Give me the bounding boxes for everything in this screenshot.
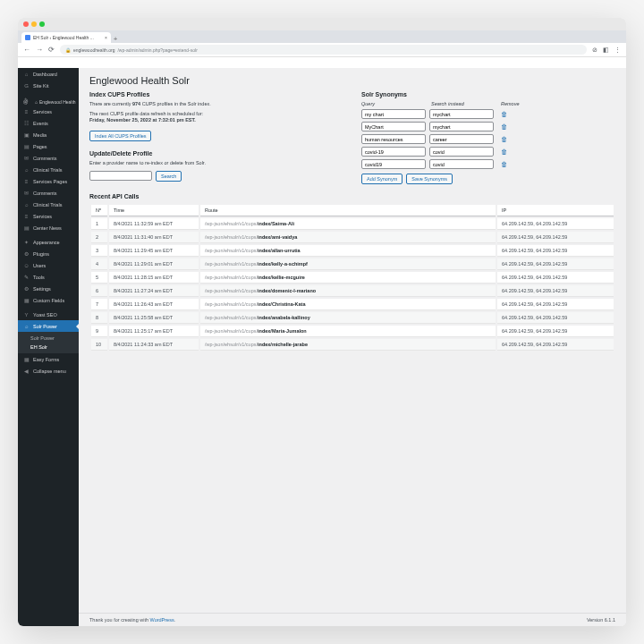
add-synonym-button[interactable]: Add Synonym xyxy=(361,174,402,184)
wordpress-link[interactable]: WordPress xyxy=(150,617,174,623)
menu-icon: ▤ xyxy=(23,225,30,231)
sidebar-item-services[interactable]: ≡Services xyxy=(18,210,79,222)
menu-icon: ▤ xyxy=(23,143,30,149)
sidebar-item-appearance[interactable]: ✦Appearance xyxy=(18,236,79,248)
synonym-query-input[interactable] xyxy=(361,159,426,169)
macos-titlebar xyxy=(18,18,626,30)
table-row: 88/4/2021 11:25:58 am EDT/wp-json/ehsolr… xyxy=(91,312,614,324)
synonym-query-input[interactable] xyxy=(361,122,426,131)
menu-icon: Y xyxy=(23,311,30,318)
menu-icon: ◀ xyxy=(23,368,30,374)
synonym-row: 🗑 xyxy=(361,134,615,144)
menu-icon: ⌕ xyxy=(23,166,30,173)
synonym-instead-input[interactable] xyxy=(429,109,494,119)
menu-icon: G xyxy=(23,82,30,89)
save-synonyms-button[interactable]: Save Synonyms xyxy=(406,174,453,184)
menu-icon: ☺ xyxy=(23,262,30,268)
synonym-instead-input[interactable] xyxy=(429,134,494,144)
url-host: englewoodhealth.org xyxy=(73,47,114,53)
sidebar-item-pages[interactable]: ▤Pages xyxy=(18,140,79,152)
synonym-query-input[interactable] xyxy=(361,109,426,119)
table-row: 68/4/2021 11:27:24 am EDT/wp-json/ehsolr… xyxy=(91,285,614,297)
tab-title: EH Solr ‹ Englewood Health ... xyxy=(33,35,94,40)
menu-icon: ≡ xyxy=(23,178,30,184)
sidebar-item-easy-forms[interactable]: ▦Easy Forms xyxy=(18,353,79,365)
menu-icon: ⚙ xyxy=(23,250,30,257)
wp-footer: Thank you for creating with WordPress. V… xyxy=(79,613,626,626)
sidebar-item-comments[interactable]: ✉Comments xyxy=(18,152,79,164)
sidebar-item-tools[interactable]: ✎Tools xyxy=(18,271,79,283)
favicon-icon xyxy=(25,35,30,40)
trash-icon[interactable]: 🗑 xyxy=(501,111,507,117)
site-link[interactable]: ⌂ Englewood Health xyxy=(35,99,76,105)
sidebar-item-media[interactable]: ▣Media xyxy=(18,129,79,140)
maximize-window-icon[interactable] xyxy=(39,21,45,27)
submenu-eh-solr[interactable]: EH Solr xyxy=(18,343,79,352)
col-ip: IP xyxy=(497,205,614,216)
provider-search-input[interactable] xyxy=(89,171,152,181)
menu-icon: ☷ xyxy=(23,120,30,126)
sidebar-item-dashboard[interactable]: ⌂Dashboard xyxy=(18,68,79,80)
close-tab-icon[interactable]: × xyxy=(105,35,107,40)
forward-icon[interactable]: → xyxy=(36,46,43,54)
table-row: 38/4/2021 11:29:45 am EDT/wp-json/ehsolr… xyxy=(91,245,614,257)
address-bar[interactable]: 🔒 englewoodhealth.org/wp-admin/admin.php… xyxy=(60,45,587,55)
sidebar-item-settings[interactable]: ⚙Settings xyxy=(18,283,79,294)
trash-icon[interactable]: 🗑 xyxy=(501,148,507,155)
synonym-instead-input[interactable] xyxy=(429,122,494,131)
synonym-instead-input[interactable] xyxy=(429,147,494,157)
menu-icon: ⌕ xyxy=(23,323,30,329)
search-button[interactable]: Search xyxy=(156,171,182,182)
synonym-instead-input[interactable] xyxy=(429,159,494,169)
no-tracking-icon[interactable]: ⊘ xyxy=(592,47,597,54)
synonym-row: 🗑 xyxy=(361,159,615,169)
table-row: 108/4/2021 11:24:33 am EDT/wp-json/ehsol… xyxy=(91,339,614,351)
trash-icon[interactable]: 🗑 xyxy=(501,136,507,142)
synonym-query-input[interactable] xyxy=(361,134,426,144)
sidebar-item-clinical-trials[interactable]: ⌕Clinical Trials xyxy=(18,199,79,210)
reload-icon[interactable]: ⟳ xyxy=(48,46,55,54)
menu-icon[interactable]: ⋮ xyxy=(614,47,621,54)
sidebar-item-events[interactable]: ☷Events xyxy=(18,117,79,129)
synonym-row: 🗑 xyxy=(361,122,615,131)
minimize-window-icon[interactable] xyxy=(31,21,37,27)
menu-icon: ✉ xyxy=(23,190,30,196)
api-calls-table: Nº Time Route IP 18/4/2021 11:32:59 am E… xyxy=(89,203,615,352)
menu-icon: ✦ xyxy=(23,239,30,245)
index-count-text: There are currently 974 CUPS profiles in… xyxy=(89,101,343,108)
close-window-icon[interactable] xyxy=(23,21,29,27)
new-tab-button[interactable]: + xyxy=(111,35,120,43)
url-path: /wp-admin/admin.php?page=extend-solr xyxy=(117,47,197,53)
table-row: 28/4/2021 11:31:40 am EDT/wp-json/ehsolr… xyxy=(91,232,614,243)
main-content: Englewood Health Solr Index CUPS Profile… xyxy=(79,68,626,626)
synonym-query-input[interactable] xyxy=(361,147,426,157)
menu-icon: ≡ xyxy=(23,213,30,219)
index-all-button[interactable]: Index All CUPS Profiles xyxy=(89,131,151,141)
sidebar-item-users[interactable]: ☺Users xyxy=(18,259,79,271)
sidebar-item-clinical-trials[interactable]: ⌕Clinical Trials xyxy=(18,164,79,175)
browser-tab[interactable]: EH Solr ‹ Englewood Health ... × xyxy=(21,32,111,43)
extension-icon[interactable]: ◧ xyxy=(603,47,609,54)
table-row: 98/4/2021 11:25:17 am EDT/wp-json/ehsolr… xyxy=(91,326,614,337)
col-time: Time xyxy=(109,205,199,216)
sidebar-item-center-news[interactable]: ▤Center News xyxy=(18,222,79,233)
menu-icon: ⚙ xyxy=(23,285,30,292)
trash-icon[interactable]: 🗑 xyxy=(501,161,507,167)
index-heading: Index CUPS Profiles xyxy=(89,91,343,97)
menu-icon: ≡ xyxy=(23,108,30,114)
menu-icon: ⌂ xyxy=(23,71,30,77)
back-icon[interactable]: ← xyxy=(23,46,30,54)
admin-sidebar: ⌂DashboardGSite Kit✎Posts≡Services☷Event… xyxy=(18,68,79,626)
browser-toolbar: ← → ⟳ 🔒 englewoodhealth.org/wp-admin/adm… xyxy=(18,43,626,57)
sidebar-item-yoast-seo[interactable]: YYoast SEO xyxy=(18,309,79,320)
sidebar-item-site-kit[interactable]: GSite Kit xyxy=(18,80,79,91)
sidebar-item-custom-fields[interactable]: ▦Custom Fields xyxy=(18,294,79,306)
synonyms-heading: Solr Synonyms xyxy=(361,91,615,97)
sidebar-item-solr-power[interactable]: ⌕Solr Power xyxy=(18,320,79,332)
submenu-solr-power[interactable]: Solr Power xyxy=(18,334,79,343)
sidebar-item-services-pages[interactable]: ≡Services Pages xyxy=(18,175,79,187)
sidebar-item-comments[interactable]: ✉Comments xyxy=(18,187,79,199)
sidebar-item-collapse-menu[interactable]: ◀Collapse menu xyxy=(18,365,79,377)
sidebar-item-plugins[interactable]: ⚙Plugins xyxy=(18,248,79,259)
trash-icon[interactable]: 🗑 xyxy=(501,123,507,130)
